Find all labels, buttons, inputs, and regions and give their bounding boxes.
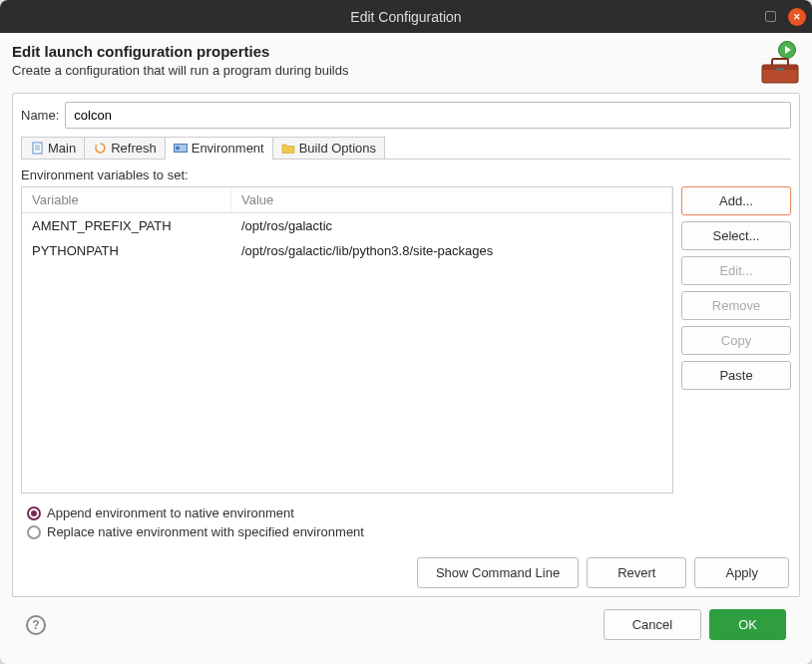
tab-refresh-label: Refresh (111, 141, 157, 156)
name-input[interactable] (65, 102, 791, 129)
tab-main-label: Main (48, 141, 76, 156)
cell-variable: PYTHONPATH (22, 240, 231, 261)
footer-buttons: Cancel OK (604, 609, 786, 640)
header: Edit launch configuration properties Cre… (12, 43, 800, 85)
close-icon[interactable] (788, 8, 806, 26)
toolbox-icon (760, 57, 800, 85)
env-table[interactable]: Variable Value AMENT_PREFIX_PATH /opt/ro… (21, 186, 673, 494)
tabs: Main Refresh Environment (21, 137, 791, 160)
radio-replace-label: Replace native environment with specifie… (47, 524, 364, 539)
col-value[interactable]: Value (231, 187, 672, 212)
table-row[interactable]: PYTHONPATH /opt/ros/galactic/lib/python3… (22, 238, 672, 263)
cell-variable: AMENT_PREFIX_PATH (22, 215, 231, 236)
paste-button[interactable]: Paste (681, 361, 791, 390)
cancel-button[interactable]: Cancel (604, 609, 701, 640)
environment-icon (174, 142, 188, 156)
table-body: AMENT_PREFIX_PATH /opt/ros/galactic PYTH… (22, 213, 672, 493)
cell-value: /opt/ros/galactic/lib/python3.8/site-pac… (231, 240, 672, 261)
revert-button[interactable]: Revert (587, 557, 686, 588)
add-button[interactable]: Add... (681, 186, 791, 215)
svg-rect-2 (776, 68, 784, 71)
radio-replace[interactable]: Replace native environment with specifie… (27, 524, 791, 539)
select-button[interactable]: Select... (681, 221, 791, 250)
col-variable[interactable]: Variable (22, 187, 231, 212)
tab-main[interactable]: Main (21, 137, 85, 159)
tab-environment[interactable]: Environment (165, 137, 273, 159)
folder-icon (281, 142, 295, 156)
env-vars-label: Environment variables to set: (21, 167, 791, 182)
edit-button: Edit... (681, 256, 791, 285)
tab-refresh[interactable]: Refresh (84, 137, 166, 159)
copy-button: Copy (681, 326, 791, 355)
help-icon[interactable]: ? (26, 615, 46, 635)
file-icon (30, 142, 44, 156)
radio-append[interactable]: Append environment to native environment (27, 505, 791, 520)
cell-value: /opt/ros/galactic (231, 215, 672, 236)
panel-bottom-buttons: Show Command Line Revert Apply (21, 557, 791, 588)
ok-button[interactable]: OK (709, 609, 786, 640)
config-panel: Name: Main Refresh (12, 93, 800, 597)
tab-content-environment: Environment variables to set: Variable V… (21, 164, 791, 543)
footer: ? Cancel OK (12, 597, 800, 654)
env-mode-radios: Append environment to native environment… (21, 505, 791, 543)
refresh-icon (93, 142, 107, 156)
titlebar: Edit Configuration (0, 0, 812, 33)
radio-append-label: Append environment to native environment (47, 505, 294, 520)
table-header: Variable Value (22, 187, 672, 213)
radio-icon (27, 506, 41, 520)
svg-rect-3 (33, 143, 42, 154)
maximize-icon[interactable] (765, 11, 776, 22)
show-command-line-button[interactable]: Show Command Line (417, 557, 579, 588)
apply-button[interactable]: Apply (694, 557, 789, 588)
tab-environment-label: Environment (192, 141, 264, 156)
page-subtitle: Create a configuration that will run a p… (12, 63, 744, 78)
remove-button: Remove (681, 291, 791, 320)
radio-icon (27, 525, 41, 539)
tab-build-options[interactable]: Build Options (272, 137, 385, 159)
window-title: Edit Configuration (8, 9, 804, 25)
table-row[interactable]: AMENT_PREFIX_PATH /opt/ros/galactic (22, 213, 672, 238)
env-buttons: Add... Select... Edit... Remove Copy Pas… (681, 186, 791, 494)
svg-point-6 (176, 147, 180, 151)
dialog-window: Edit Configuration Edit launch configura… (0, 0, 812, 664)
name-row: Name: (21, 102, 791, 129)
tab-build-label: Build Options (299, 141, 376, 156)
env-row: Variable Value AMENT_PREFIX_PATH /opt/ro… (21, 186, 791, 494)
page-title: Edit launch configuration properties (12, 43, 744, 60)
header-text: Edit launch configuration properties Cre… (12, 43, 744, 78)
name-label: Name: (21, 108, 59, 123)
header-icon (752, 45, 800, 85)
dialog-body: Edit launch configuration properties Cre… (0, 33, 812, 664)
titlebar-buttons (765, 8, 806, 26)
